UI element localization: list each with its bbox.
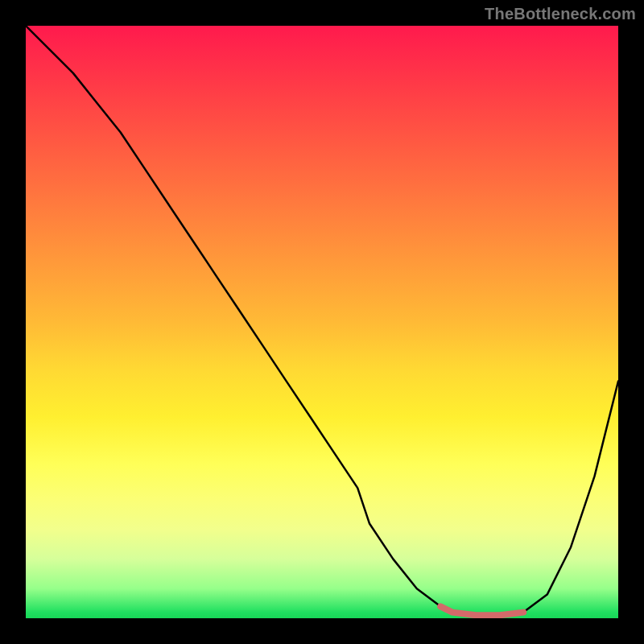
watermark-text: TheBottleneck.com [485,5,636,23]
trough-highlight-line [440,606,523,615]
chart-frame: TheBottleneck.com [0,0,644,644]
chart-svg [26,26,618,618]
plot-area [26,26,618,618]
curve-line [26,26,618,615]
